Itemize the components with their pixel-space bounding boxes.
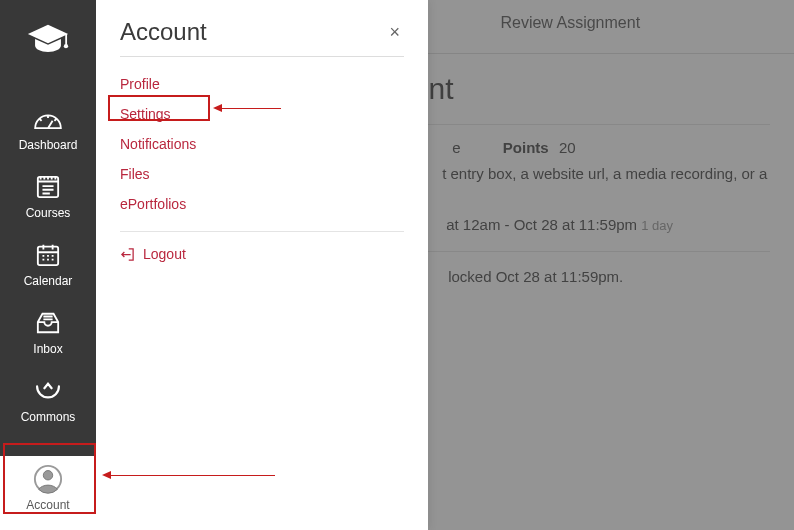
nav-dashboard-label: Dashboard: [19, 138, 78, 152]
courses-icon: [36, 172, 60, 202]
notifications-link[interactable]: Notifications: [120, 129, 404, 159]
annotation-arrow-account: [110, 475, 275, 476]
annotation-arrow-settings: [221, 108, 281, 109]
account-links: Profile Settings Notifications Files ePo…: [120, 57, 404, 232]
account-panel: Account × Profile Settings Notifications…: [96, 0, 428, 530]
dashboard-icon: [33, 104, 63, 134]
settings-link[interactable]: Settings: [120, 99, 404, 129]
logout-link[interactable]: Logout: [120, 232, 404, 276]
close-icon[interactable]: ×: [385, 19, 404, 45]
calendar-icon: [36, 240, 60, 270]
account-icon: [33, 464, 63, 494]
account-panel-title: Account: [120, 18, 207, 46]
nav-commons-label: Commons: [21, 410, 76, 424]
svg-point-1: [64, 44, 68, 48]
logout-label: Logout: [143, 246, 186, 262]
nav-account-label: Account: [26, 498, 69, 512]
logout-icon: [120, 247, 135, 262]
nav-calendar[interactable]: Calendar: [0, 232, 96, 300]
nav-commons[interactable]: Commons: [0, 368, 96, 436]
eportfolios-link[interactable]: ePortfolios: [120, 189, 404, 219]
nav-dashboard[interactable]: Dashboard: [0, 96, 96, 164]
nav-account[interactable]: Account: [0, 456, 96, 530]
inbox-icon: [35, 308, 61, 338]
svg-point-5: [43, 471, 52, 480]
nav-inbox-label: Inbox: [33, 342, 62, 356]
commons-icon: [35, 376, 61, 406]
nav-inbox[interactable]: Inbox: [0, 300, 96, 368]
logo-icon[interactable]: [25, 16, 71, 62]
files-link[interactable]: Files: [120, 159, 404, 189]
svg-rect-0: [65, 34, 67, 45]
nav-courses-label: Courses: [26, 206, 71, 220]
nav-courses[interactable]: Courses: [0, 164, 96, 232]
nav-calendar-label: Calendar: [24, 274, 73, 288]
global-nav: Dashboard Courses Calendar Inbox Commons: [0, 0, 96, 530]
profile-link[interactable]: Profile: [120, 69, 404, 99]
